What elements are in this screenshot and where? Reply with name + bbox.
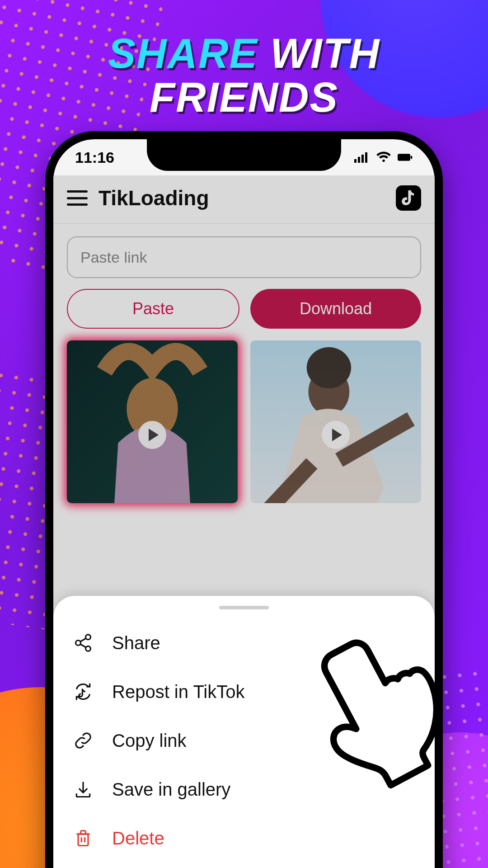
menu-item-label: Save in gallery: [112, 779, 230, 800]
svg-line-12: [80, 638, 86, 642]
headline-text: WITH: [258, 30, 380, 76]
signal-icon: [354, 151, 370, 164]
svg-rect-2: [361, 155, 364, 163]
promo-background: SHARE WITH FRIENDS 11:16 TikLoading: [0, 0, 488, 868]
svg-rect-1: [358, 157, 360, 163]
sheet-item-delete[interactable]: Delete: [72, 814, 416, 863]
repost-icon: [72, 681, 94, 703]
svg-point-11: [86, 646, 91, 651]
link-icon: [72, 730, 94, 751]
trash-icon: [72, 827, 94, 849]
phone-notch: [147, 138, 341, 171]
status-icons: [354, 151, 413, 164]
menu-item-label: Share: [112, 633, 160, 653]
headline-text: FRIENDS: [150, 74, 338, 120]
headline-accent: SHARE: [108, 30, 258, 76]
svg-rect-5: [411, 156, 412, 159]
promo-headline: SHARE WITH FRIENDS: [0, 32, 488, 119]
svg-point-10: [86, 635, 91, 640]
download-icon: [72, 778, 94, 800]
sheet-handle[interactable]: [219, 606, 269, 609]
svg-line-13: [80, 644, 86, 647]
phone-mockup: 11:16 TikLoading Paste: [45, 131, 443, 868]
menu-item-label: Repost in TikTok: [112, 682, 244, 702]
wifi-icon: [376, 151, 391, 164]
svg-rect-14: [78, 834, 88, 846]
battery-icon: [398, 151, 413, 164]
menu-item-label: Delete: [112, 828, 164, 849]
share-icon: [72, 632, 94, 654]
svg-rect-4: [398, 154, 410, 160]
menu-item-label: Copy link: [112, 731, 187, 751]
status-time: 11:16: [75, 149, 114, 166]
svg-point-9: [76, 641, 81, 646]
svg-rect-3: [365, 152, 367, 163]
svg-rect-0: [354, 159, 357, 163]
app-screen: TikLoading Paste Download: [53, 175, 435, 868]
